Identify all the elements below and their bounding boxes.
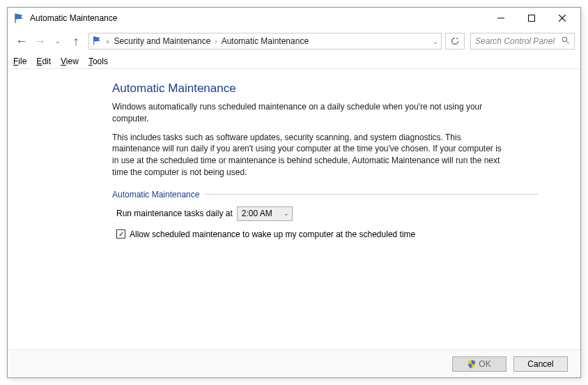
wake-checkbox-row: ✓ Allow scheduled maintenance to wake up… (116, 229, 539, 239)
cancel-button[interactable]: Cancel (513, 356, 568, 372)
time-select[interactable]: 2:00 AM ⌄ (237, 206, 293, 221)
menu-edit[interactable]: Edit (36, 56, 51, 66)
maximize-button[interactable] (516, 8, 547, 28)
up-button[interactable]: ↑ (68, 33, 84, 50)
forward-button[interactable]: → (31, 33, 48, 50)
intro-paragraph-1: Windows automatically runs scheduled mai… (112, 101, 502, 125)
svg-point-4 (562, 37, 567, 42)
address-dropdown-icon[interactable]: ⌄ (433, 38, 438, 45)
window-controls (486, 8, 578, 28)
search-input[interactable]: Search Control Panel (470, 33, 575, 50)
ok-button[interactable]: OK (452, 356, 506, 372)
flag-icon (13, 13, 24, 24)
schedule-row: Run maintenance tasks daily at 2:00 AM ⌄ (116, 206, 539, 221)
address-bar[interactable]: « Security and Maintenance › Automatic M… (88, 33, 442, 50)
breadcrumb-parent[interactable]: Security and Maintenance (114, 36, 211, 46)
intro-paragraph-2: This includes tasks such as software upd… (112, 132, 502, 179)
svg-rect-1 (529, 15, 535, 22)
window-title: Automatic Maintenance (30, 13, 486, 23)
wake-checkbox[interactable]: ✓ (116, 229, 125, 239)
divider (205, 194, 539, 195)
content-area: Automatic Maintenance Windows automatica… (8, 69, 580, 349)
dialog-footer: OK Cancel (8, 349, 580, 377)
flag-icon (92, 36, 102, 47)
window-frame: Automatic Maintenance ← → ⌄ ↑ « Se (7, 7, 581, 378)
recent-dropdown[interactable]: ⌄ (49, 33, 66, 50)
cancel-label: Cancel (527, 359, 553, 369)
svg-line-5 (567, 41, 569, 43)
ok-label: OK (479, 359, 490, 369)
menubar: File Edit View Tools (8, 54, 580, 69)
run-label: Run maintenance tasks daily at (116, 209, 233, 218)
menu-file[interactable]: File (13, 56, 26, 66)
minimize-button[interactable] (486, 8, 516, 28)
section-header: Automatic Maintenance (112, 190, 539, 199)
search-icon (562, 36, 570, 47)
menu-view[interactable]: View (61, 56, 79, 66)
page-heading: Automatic Maintenance (112, 82, 539, 96)
back-button[interactable]: ← (13, 33, 30, 50)
search-placeholder: Search Control Panel (475, 36, 555, 46)
chevron-right-icon: › (215, 38, 217, 45)
chevron-icon: « (106, 38, 110, 45)
close-button[interactable] (547, 8, 578, 28)
titlebar: Automatic Maintenance (8, 8, 580, 29)
shield-icon (467, 360, 476, 368)
chevron-down-icon: ⌄ (284, 210, 289, 217)
navigation-toolbar: ← → ⌄ ↑ « Security and Maintenance › Aut… (8, 29, 580, 54)
menu-tools[interactable]: Tools (88, 56, 108, 66)
section-title: Automatic Maintenance (112, 190, 199, 199)
breadcrumb-current[interactable]: Automatic Maintenance (222, 36, 309, 46)
wake-label: Allow scheduled maintenance to wake up m… (130, 229, 415, 239)
refresh-button[interactable] (445, 33, 465, 50)
time-value: 2:00 AM (242, 209, 272, 218)
